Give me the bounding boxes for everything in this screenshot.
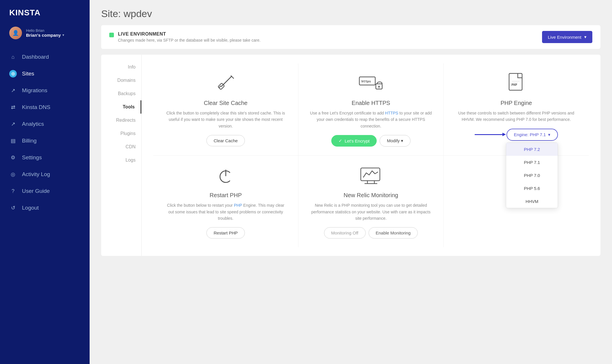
tool-restart-php: Restart PHP Click the button below to re…	[153, 156, 298, 247]
restart-php-actions: Restart PHP	[206, 227, 245, 239]
svg-text:https: https	[361, 80, 371, 83]
kinsta-logo: KINSTA	[0, 0, 90, 23]
sidebar-user-section[interactable]: 👤 Hello Brian Brian's company ▾	[0, 23, 90, 46]
migrations-icon: ↗	[9, 87, 17, 94]
guide-icon: ?	[9, 187, 17, 195]
tools-panel: Clear Site Cache Click the button to com…	[142, 55, 600, 256]
sidebar-item-logout[interactable]: ↺ Logout	[0, 199, 90, 216]
chevron-down-icon: ▾	[584, 34, 587, 40]
subnav-domains[interactable]: Domains	[101, 74, 141, 87]
sidebar-item-user-guide[interactable]: ? User Guide	[0, 183, 90, 199]
php-icon: PHP	[505, 72, 528, 95]
environment-bar: LIVE ENVIRONMENT Changes made here, via …	[101, 25, 600, 49]
php-engine-actions: Engine: PHP 7.1 ▾ PHP 7.2 PHP 7.1 PHP 7.…	[475, 129, 558, 141]
enable-monitoring-button[interactable]: Enable Monitoring	[369, 227, 418, 239]
broom-icon	[214, 72, 237, 95]
checkmark-icon: ✓	[339, 138, 342, 143]
sidebar-item-label: Kinsta DNS	[22, 104, 50, 110]
php-option-7-2[interactable]: PHP 7.2	[506, 143, 558, 156]
sidebar-item-label: Sites	[22, 71, 34, 77]
modify-button[interactable]: Modify ▾	[380, 135, 410, 147]
clear-cache-desc: Click the button to completely clear thi…	[165, 110, 286, 129]
php-option-7-0[interactable]: PHP 7.0	[506, 169, 558, 182]
power-icon	[214, 164, 237, 187]
environment-title: LIVE ENVIRONMENT	[118, 32, 260, 37]
subnav-cdn[interactable]: CDN	[101, 140, 141, 154]
sidebar-item-label: Settings	[22, 154, 42, 161]
monitoring-off-button[interactable]: Monitoring Off	[324, 227, 366, 239]
svg-rect-9	[509, 73, 522, 90]
sidebar-item-activity-log[interactable]: ◎ Activity Log	[0, 166, 90, 183]
tool-new-relic: New Relic Monitoring New Relic is a PHP …	[298, 156, 443, 247]
https-title: Enable HTTPS	[352, 100, 390, 106]
svg-line-1	[219, 86, 221, 87]
activity-icon: ◎	[9, 171, 17, 178]
tool-php-engine: PHP PHP Engine Use these controls to swi…	[444, 63, 589, 156]
tool-enable-https: https Enable HTTPS Use a free Let's Encr…	[298, 63, 443, 156]
clear-cache-button[interactable]: Clear Cache	[206, 135, 245, 146]
sites-icon: ⊕	[9, 70, 17, 77]
php-dropdown-wrapper: Engine: PHP 7.1 ▾ PHP 7.2 PHP 7.1 PHP 7.…	[506, 129, 558, 141]
gear-icon: ⚙	[9, 154, 17, 161]
svg-rect-15	[361, 168, 380, 181]
php-option-7-1[interactable]: PHP 7.1	[506, 156, 558, 169]
content-area: Info Domains Backups Tools Redirects Plu…	[101, 55, 600, 256]
new-relic-title: New Relic Monitoring	[344, 192, 398, 199]
page-header: Site: wpdev	[90, 0, 612, 25]
dns-icon: ⇄	[9, 104, 17, 111]
sidebar-item-kinsta-dns[interactable]: ⇄ Kinsta DNS	[0, 99, 90, 116]
chevron-down-icon: ▾	[548, 132, 550, 137]
subnav-plugins[interactable]: Plugins	[101, 127, 141, 140]
clear-cache-actions: Clear Cache	[206, 135, 245, 146]
environment-text: LIVE ENVIRONMENT Changes made here, via …	[118, 32, 260, 43]
https-icon: https	[359, 72, 382, 95]
live-indicator	[109, 33, 114, 37]
https-desc: Use a free Let's Encrypt certificate to …	[310, 110, 432, 129]
environment-info: LIVE ENVIRONMENT Changes made here, via …	[109, 32, 260, 43]
subnav-backups[interactable]: Backups	[101, 87, 141, 100]
home-icon: ⌂	[9, 53, 17, 61]
svg-line-0	[221, 76, 232, 86]
php-option-5-6[interactable]: PHP 5.6	[506, 182, 558, 195]
php-engine-dropdown[interactable]: Engine: PHP 7.1 ▾	[506, 129, 558, 141]
sidebar-item-label: Migrations	[22, 87, 47, 94]
environment-dropdown[interactable]: Live Environment ▾	[542, 31, 592, 43]
sidebar-item-migrations[interactable]: ↗ Migrations	[0, 82, 90, 99]
sidebar-item-label: Activity Log	[22, 171, 50, 178]
new-relic-desc: New Relic is a PHP monitoring tool you c…	[310, 202, 432, 221]
environment-description: Changes made here, via SFTP or the datab…	[118, 38, 260, 43]
https-actions: ✓ Let's Encrypt Modify ▾	[331, 135, 411, 147]
sidebar: KINSTA 👤 Hello Brian Brian's company ▾ ⌂…	[0, 0, 90, 364]
user-info: Hello Brian Brian's company ▾	[26, 28, 80, 38]
php-engine-title: PHP Engine	[501, 100, 532, 106]
restart-php-button[interactable]: Restart PHP	[206, 227, 245, 239]
sidebar-item-label: Logout	[22, 205, 39, 211]
monitor-icon	[359, 164, 382, 187]
php-version-menu: PHP 7.2 PHP 7.1 PHP 7.0 PHP 5.6 HHVM	[506, 143, 558, 208]
subnav-redirects[interactable]: Redirects	[101, 114, 141, 127]
svg-text:PHP: PHP	[511, 83, 517, 87]
page-title: Site: wpdev	[101, 8, 600, 19]
lets-encrypt-button[interactable]: ✓ Let's Encrypt	[331, 135, 377, 147]
restart-php-title: Restart PHP	[210, 192, 242, 199]
new-relic-actions: Monitoring Off Enable Monitoring	[324, 227, 418, 239]
chevron-icon: ▾	[401, 138, 403, 143]
avatar: 👤	[9, 27, 22, 39]
sidebar-item-analytics[interactable]: ↗ Analytics	[0, 116, 90, 132]
tool-clear-cache: Clear Site Cache Click the button to com…	[153, 63, 298, 156]
sidebar-item-dashboard[interactable]: ⌂ Dashboard	[0, 49, 90, 65]
subnav-logs[interactable]: Logs	[101, 154, 141, 167]
sidebar-item-settings[interactable]: ⚙ Settings	[0, 149, 90, 166]
billing-icon: ▤	[9, 137, 17, 145]
sidebar-item-label: Dashboard	[22, 54, 49, 60]
subnav-tools[interactable]: Tools	[101, 100, 141, 114]
user-greeting: Hello Brian	[26, 28, 80, 33]
sidebar-item-sites[interactable]: ⊕ Sites	[0, 65, 90, 82]
sidebar-item-billing[interactable]: ▤ Billing	[0, 132, 90, 149]
user-company: Brian's company ▾	[26, 33, 80, 38]
subnav-info[interactable]: Info	[101, 60, 141, 74]
php-option-hhvm[interactable]: HHVM	[506, 195, 558, 208]
sidebar-item-label: Analytics	[22, 121, 44, 127]
tools-grid: Clear Site Cache Click the button to com…	[153, 63, 589, 247]
analytics-icon: ↗	[9, 120, 17, 128]
